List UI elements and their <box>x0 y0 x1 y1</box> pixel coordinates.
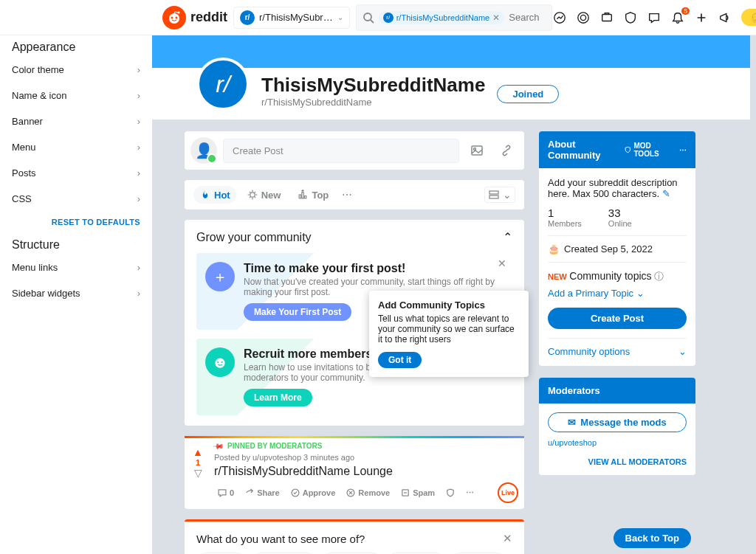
collapse-icon[interactable]: ⌃ <box>503 230 512 244</box>
edit-description-icon[interactable]: ✎ <box>662 188 670 199</box>
share-button[interactable]: Share <box>241 486 283 499</box>
spam-button[interactable]: Spam <box>397 486 438 499</box>
online-count: 33 <box>608 207 632 219</box>
subreddit-banner[interactable] <box>152 35 750 68</box>
svg-rect-12 <box>300 195 301 198</box>
members-count: 1 <box>548 207 582 219</box>
header-actions: 5 🪙 Free 👤 <box>552 9 756 27</box>
mod-shield-icon[interactable] <box>442 486 458 499</box>
notifications-icon[interactable]: 5 <box>670 10 685 25</box>
envelope-icon: ✉ <box>568 417 576 428</box>
left-sidebar: ‹ Back to mod tools ✕ Appearance Color t… <box>0 0 152 554</box>
remove-button[interactable]: Remove <box>343 486 393 499</box>
panel-item-name-icon[interactable]: Name & icon› <box>0 83 152 108</box>
create-post-bar: 👤 Create Post <box>185 131 524 170</box>
post-author-link[interactable]: u/upvoteshop <box>252 453 301 462</box>
panel-item-color-theme[interactable]: Color theme› <box>0 57 152 83</box>
search-input[interactable] <box>509 12 546 23</box>
sort-bar: Hot New Top ⋯ ⌄ <box>185 180 524 210</box>
chevron-right-icon: › <box>137 262 140 273</box>
more-actions-icon[interactable]: ⋯ <box>463 487 477 499</box>
clear-scope-icon[interactable]: ✕ <box>492 13 500 23</box>
tooltip-body: Tell us what topics are relevant to your… <box>378 314 520 344</box>
create-post-icon[interactable] <box>694 10 709 25</box>
reddit-logo[interactable]: reddit <box>162 6 227 30</box>
coin-icon[interactable] <box>576 10 591 25</box>
reset-defaults-link[interactable]: RESET TO DEFAULTS <box>0 212 152 232</box>
moderator-user-link[interactable]: u/upvoteshop <box>548 438 687 447</box>
moderation-icon[interactable] <box>599 10 614 25</box>
sort-new[interactable]: New <box>241 186 287 204</box>
chevron-down-icon: ⌄ <box>678 346 687 357</box>
sort-top[interactable]: Top <box>291 186 334 204</box>
message-mods-button[interactable]: ✉ Message the mods <box>548 412 687 432</box>
subreddit-header: r/ ThisisMySubredditName r/ThisisMySubre… <box>152 68 750 120</box>
panel-item-banner[interactable]: Banner› <box>0 108 152 134</box>
approve-button[interactable]: Approve <box>287 486 339 499</box>
panel-item-menu-links[interactable]: Menu links› <box>0 255 152 280</box>
mod-tools-link[interactable]: MOD TOOLS <box>624 142 673 158</box>
community-topics-tooltip: Add Community Topics Tell us what topics… <box>369 291 529 377</box>
vote-column: ▲ 1 ▽ <box>185 442 211 503</box>
appearance-heading: Appearance <box>0 35 152 57</box>
create-post-button[interactable]: Create Post <box>548 308 687 329</box>
community-icon: r/ <box>240 10 255 25</box>
image-post-icon[interactable] <box>465 143 489 158</box>
search-bar[interactable]: r/ r/ThisisMySubredditName ✕ <box>356 4 553 31</box>
tooltip-gotit-button[interactable]: Got it <box>378 352 422 368</box>
comments-button[interactable]: 0 <box>214 486 237 499</box>
more-icon[interactable]: ⋯ <box>679 146 687 154</box>
vote-score: 1 <box>196 458 200 467</box>
sort-hot[interactable]: Hot <box>193 186 236 204</box>
add-primary-topic-link[interactable]: Add a Primary Topic ⌄ <box>548 288 687 299</box>
info-icon[interactable]: ⓘ <box>654 271 664 282</box>
chevron-right-icon: › <box>137 167 140 179</box>
view-all-moderators-link[interactable]: VIEW ALL MODERATORS <box>548 457 687 466</box>
link-post-icon[interactable] <box>495 143 518 158</box>
panel-item-menu[interactable]: Menu› <box>0 134 152 160</box>
back-to-top-button[interactable]: Back to Top <box>614 528 691 548</box>
svg-point-19 <box>221 361 223 363</box>
svg-rect-15 <box>489 191 498 194</box>
panel-item-posts[interactable]: Posts› <box>0 160 152 186</box>
free-button[interactable]: 🪙 Free <box>741 9 756 26</box>
more-sort-icon[interactable]: ⋯ <box>342 189 352 201</box>
post-meta: Posted by u/upvoteshop 3 minutes ago <box>214 453 518 462</box>
community-dropdown[interactable]: r/ r/ThisisMySubr… ⌄ <box>233 7 350 29</box>
view-mode-toggle[interactable]: ⌄ <box>484 187 515 203</box>
close-icon[interactable]: ✕ <box>498 257 506 269</box>
svg-point-11 <box>250 193 254 197</box>
svg-point-10 <box>474 148 476 150</box>
post-title[interactable]: r/ThisisMySubredditName Lounge <box>214 465 518 478</box>
subreddit-avatar[interactable]: r/ <box>196 58 250 111</box>
svg-point-0 <box>169 13 179 24</box>
svg-rect-8 <box>602 14 612 21</box>
create-post-input[interactable]: Create Post <box>223 139 459 163</box>
about-community-card: About Community MOD TOOLS ⋯ Add your sub… <box>539 131 695 366</box>
panel-item-css[interactable]: CSS› <box>0 186 152 212</box>
downvote-icon[interactable]: ▽ <box>194 467 202 479</box>
close-icon[interactable]: ✕ <box>503 532 512 545</box>
upvote-icon[interactable]: ▲ <box>193 446 203 458</box>
chat-icon[interactable] <box>647 10 662 25</box>
svg-point-1 <box>171 16 173 18</box>
svg-point-7 <box>581 15 586 20</box>
shield-icon[interactable] <box>623 10 638 25</box>
advertise-icon[interactable] <box>718 10 732 25</box>
panel-item-sidebar-widgets[interactable]: Sidebar widgets› <box>0 280 152 306</box>
make-first-post-button[interactable]: Make Your First Post <box>244 303 351 321</box>
topics-title: What do you want to see more of? <box>196 533 365 545</box>
join-button[interactable]: Joined <box>497 85 559 103</box>
post-card[interactable]: ▲ 1 ▽ 📌 PINNED BY MODERATORS Posted by u… <box>185 436 524 509</box>
about-heading: About Community <box>548 139 624 161</box>
popular-icon[interactable] <box>552 10 567 25</box>
chevron-down-icon: ⌄ <box>337 13 343 21</box>
community-options-toggle[interactable]: Community options ⌄ <box>548 338 687 357</box>
user-avatar-small[interactable]: 👤 <box>190 137 217 164</box>
chevron-right-icon: › <box>137 90 140 101</box>
structure-heading: Structure <box>0 232 152 255</box>
svg-rect-16 <box>489 195 498 198</box>
learn-more-button[interactable]: Learn More <box>244 389 312 406</box>
svg-point-2 <box>176 16 178 18</box>
search-scope-pill[interactable]: r/ r/ThisisMySubredditName ✕ <box>379 11 505 24</box>
